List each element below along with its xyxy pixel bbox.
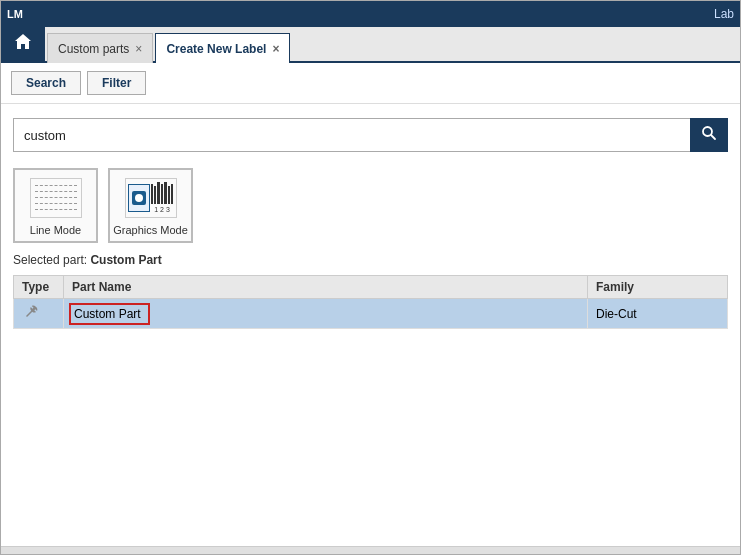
selected-part-name: Custom Part [90,253,161,267]
col-type: Type [14,276,64,299]
selected-part-prefix: Selected part: [13,253,90,267]
tab-bar: Custom parts × Create New Label × [1,27,740,63]
cell-type [14,299,64,329]
cell-family: Die-Cut [588,299,728,329]
tab-create-new-label-close[interactable]: × [272,43,279,55]
part-name-value: Custom Part [74,307,141,321]
toolbar: Search Filter [1,63,740,104]
tab-create-new-label[interactable]: Create New Label × [155,33,290,63]
home-tab[interactable] [1,25,45,61]
table-header-row: Type Part Name Family [14,276,728,299]
footer [1,546,740,554]
mode-cards: Line Mode [13,168,728,243]
top-bar-label: Lab [714,7,734,21]
table-row[interactable]: Custom Part Die-Cut [14,299,728,329]
line-mode-icon [30,176,82,220]
col-family: Family [588,276,728,299]
home-icon [13,32,33,55]
search-button[interactable]: Search [11,71,81,95]
search-row [13,118,728,152]
graphics-mode-icon: 1 2 3 [125,176,177,220]
line-mode-label: Line Mode [30,224,81,236]
svg-line-1 [711,135,715,139]
search-submit-button[interactable] [690,118,728,152]
line-mode-card[interactable]: Line Mode [13,168,98,243]
search-input[interactable] [13,118,690,152]
graphics-mode-label: Graphics Mode [113,224,188,236]
top-bar: LM Lab [1,1,740,27]
tab-create-new-label-label: Create New Label [166,42,266,56]
graphics-mode-card[interactable]: 1 2 3 Graphics Mode [108,168,193,243]
main-content: Line Mode [1,104,740,546]
tab-custom-parts-close[interactable]: × [135,43,142,55]
wrench-icon [22,304,38,323]
search-icon [701,125,717,145]
cell-part-name: Custom Part [64,299,588,329]
tab-custom-parts[interactable]: Custom parts × [47,33,153,63]
app-logo: LM [7,8,23,20]
tab-custom-parts-label: Custom parts [58,42,129,56]
col-part-name: Part Name [64,276,588,299]
selected-part-info: Selected part: Custom Part [13,253,728,267]
parts-table: Type Part Name Family [13,275,728,329]
filter-button[interactable]: Filter [87,71,146,95]
app-container: LM Lab Custom parts × Create New Label ×… [0,0,741,555]
